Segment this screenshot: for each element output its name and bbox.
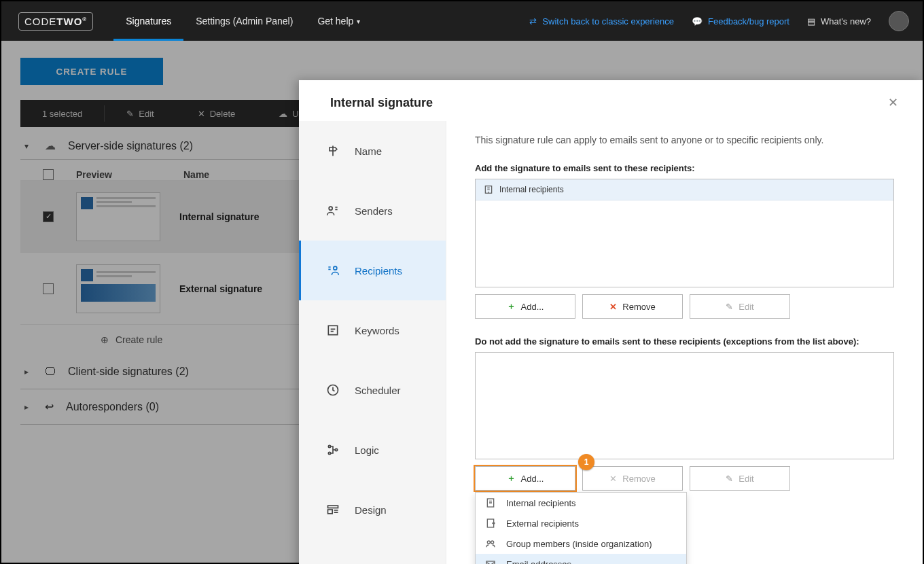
logo: CODETWO®: [18, 12, 93, 31]
logo-part1: CODE: [24, 16, 56, 27]
step-design[interactable]: Design: [299, 480, 446, 540]
svg-rect-8: [328, 510, 333, 514]
group-icon: [485, 538, 496, 549]
news-icon: ▤: [807, 16, 815, 27]
plus-icon: ＋: [507, 472, 516, 484]
dd-item-group[interactable]: Group members (inside organization): [476, 533, 686, 554]
recipients-icon: [326, 264, 340, 277]
svg-point-1: [334, 266, 337, 270]
senders-icon: [326, 204, 340, 217]
dd-item-internal[interactable]: Internal recipients: [476, 493, 686, 513]
edit-exception-button[interactable]: ✎Edit: [690, 466, 790, 491]
add-recipient-button[interactable]: ＋Add...: [475, 294, 575, 319]
add-exception-dropdown: Internal recipients External recipients …: [475, 492, 687, 564]
svg-rect-2: [328, 325, 337, 334]
modal-panel-recipients: This signature rule can apply to emails …: [446, 121, 923, 564]
label-add-recipients: Add the signature to emails sent to thes…: [475, 163, 894, 173]
nav-gethelp[interactable]: Get help▾: [305, 1, 372, 41]
pencil-icon: ✎: [726, 474, 733, 484]
swap-icon: ⇄: [529, 16, 537, 27]
x-icon: ✕: [609, 474, 617, 484]
close-icon[interactable]: ✕: [883, 92, 904, 113]
plus-icon: ＋: [507, 300, 516, 313]
chevron-down-icon: ▾: [357, 18, 360, 25]
svg-point-5: [328, 452, 330, 454]
annotation-marker-1: 1: [578, 454, 594, 470]
nav-signatures[interactable]: Signatures: [113, 1, 183, 41]
step-keywords[interactable]: Keywords: [299, 300, 446, 360]
edit-recipient-button[interactable]: ✎Edit: [690, 294, 790, 319]
logo-part2: TWO: [56, 16, 82, 27]
modal-steps-sidebar: Name Senders Recipients Keywords: [299, 121, 446, 564]
nav-settings[interactable]: Settings (Admin Panel): [183, 1, 305, 41]
recipient-entry[interactable]: Internal recipients: [476, 179, 893, 200]
clock-icon: [326, 383, 340, 397]
step-recipients[interactable]: Recipients: [299, 241, 446, 300]
svg-point-6: [335, 448, 337, 451]
chat-icon: 💬: [692, 16, 703, 27]
design-icon: [326, 503, 340, 516]
external-icon: [485, 518, 496, 529]
step-logic[interactable]: Logic: [299, 420, 446, 480]
logo-reg: ®: [82, 16, 87, 22]
recipients-listbox[interactable]: Internal recipients: [475, 179, 894, 287]
switch-classic-link[interactable]: ⇄ Switch back to classic experience: [529, 16, 674, 27]
add-exception-button[interactable]: ＋Add...: [475, 466, 575, 491]
svg-point-12: [487, 541, 490, 544]
remove-recipient-button[interactable]: ✕Remove: [582, 294, 683, 319]
pencil-icon: ✎: [726, 302, 733, 312]
dd-item-external[interactable]: External recipients: [476, 513, 686, 533]
step-name[interactable]: Name: [299, 121, 446, 181]
keywords-icon: [326, 323, 340, 337]
signpost-icon: [326, 144, 340, 158]
label-except-recipients: Do not add the signature to emails sent …: [475, 336, 894, 347]
rule-modal: Internal signature ✕ Name Senders Recipi…: [299, 80, 923, 564]
svg-point-0: [329, 207, 332, 210]
email-icon: [485, 559, 496, 564]
org-icon: [485, 497, 496, 508]
dd-item-email[interactable]: Email addresses 2: [476, 554, 686, 564]
step-scheduler[interactable]: Scheduler: [299, 360, 446, 420]
step-senders[interactable]: Senders: [299, 181, 446, 241]
logic-icon: [326, 443, 340, 457]
top-nav: CODETWO® Signatures Settings (Admin Pane…: [1, 1, 923, 41]
x-icon: ✕: [609, 302, 617, 312]
remove-exception-button[interactable]: ✕Remove: [582, 466, 683, 491]
modal-title: Internal signature: [330, 96, 433, 110]
svg-rect-7: [328, 506, 338, 508]
panel-description: This signature rule can apply to emails …: [475, 135, 894, 145]
feedback-link[interactable]: 💬 Feedback/bug report: [692, 16, 789, 27]
svg-point-13: [491, 541, 494, 544]
whats-new-link[interactable]: ▤ What's new?: [807, 16, 871, 27]
org-icon: [484, 185, 493, 194]
avatar[interactable]: [889, 11, 909, 31]
exceptions-listbox[interactable]: [475, 352, 894, 459]
svg-point-4: [328, 445, 330, 447]
